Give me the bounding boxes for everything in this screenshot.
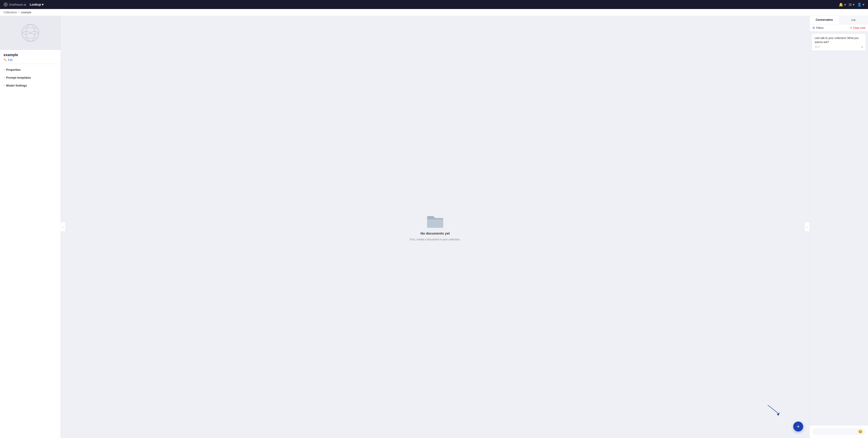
sidebar-item-properties[interactable]: › Properties xyxy=(0,66,61,74)
edit-pencil-icon: ✏️ xyxy=(4,58,7,61)
grid-icon[interactable]: ⊞ ▾ xyxy=(849,2,854,7)
edit-link[interactable]: ✏️ Edit xyxy=(4,58,57,61)
navbar: OneReach.ai Lookup ▾ 🔔 ▾ ⊞ ▾ 👤 ▾ xyxy=(0,0,868,9)
sidebar-hero xyxy=(0,16,61,50)
chevron-right-icon-3: › xyxy=(4,84,4,87)
sidebar-item-prompt-templates[interactable]: › Prompt templates xyxy=(0,74,61,82)
chat-input-area: 😊 xyxy=(810,425,868,438)
logo-text: OneReach.ai xyxy=(9,3,26,6)
center-empty-state: No documents yet First, create a documen… xyxy=(61,16,809,438)
user-icon[interactable]: 👤 ▾ xyxy=(857,2,864,7)
collapse-right-button[interactable]: › xyxy=(805,222,809,232)
filter-icon: ⚙ xyxy=(812,26,815,30)
navbar-left: OneReach.ai Lookup ▾ xyxy=(4,2,43,6)
right-panel-tabs: Conversation Ask xyxy=(810,16,868,24)
dropdown-arrow-icon: ▾ xyxy=(42,3,43,6)
plus-icon: + xyxy=(797,424,800,430)
chat-message-text: Lets talk to your collection! What you w… xyxy=(815,36,863,44)
logo-icon xyxy=(4,2,8,6)
right-panel: Conversation Ask ⚙ Filters ✕ Clear chat … xyxy=(809,16,868,438)
filters-bar: ⚙ Filters ✕ Clear chat xyxy=(810,24,868,32)
sidebar-nav: › Properties › Prompt templates › Model … xyxy=(0,64,61,91)
emoji-button[interactable]: 😊 xyxy=(858,430,863,434)
breadcrumb-separator: > xyxy=(18,11,20,14)
chat-message-meta: 16:17 ⧉ xyxy=(815,46,863,49)
left-sidebar: example ✏️ Edit › Properties › Prompt te… xyxy=(0,16,61,438)
collection-icon xyxy=(20,23,40,43)
no-docs-subtitle: First, create a document in your collect… xyxy=(410,238,460,241)
app-name[interactable]: Lookup ▾ xyxy=(30,3,44,6)
logo[interactable]: OneReach.ai xyxy=(4,2,26,6)
no-docs-title: No documents yet xyxy=(421,231,450,235)
sidebar-item-prompt-templates-label: Prompt templates xyxy=(6,76,31,79)
sidebar-title-section: example ✏️ Edit xyxy=(0,50,61,64)
breadcrumb-current: example xyxy=(21,11,31,14)
breadcrumb-collections[interactable]: Collections xyxy=(4,11,17,14)
folder-icon xyxy=(426,213,444,229)
sidebar-item-properties-label: Properties xyxy=(6,68,21,71)
bell-icon[interactable]: 🔔 ▾ xyxy=(839,2,846,7)
sidebar-item-model-settings[interactable]: › Model Settings xyxy=(0,82,61,89)
center-panel: ‹ No documents yet First, create a docum… xyxy=(61,16,809,438)
tab-conversation[interactable]: Conversation xyxy=(810,16,839,24)
collapse-left-button[interactable]: ‹ xyxy=(61,222,66,232)
clear-chat-button[interactable]: ✕ Clear chat xyxy=(850,26,865,30)
filters-label[interactable]: ⚙ Filters xyxy=(812,26,824,30)
chat-area[interactable]: Lets talk to your collection! What you w… xyxy=(810,32,868,425)
breadcrumb: Collections > example xyxy=(0,9,868,16)
chevron-right-icon: › xyxy=(4,68,4,71)
tab-ask[interactable]: Ask xyxy=(839,16,868,24)
chat-input-container: 😊 xyxy=(812,428,865,435)
chat-timestamp: 16:17 xyxy=(815,46,820,48)
add-document-button[interactable]: + xyxy=(793,421,803,432)
collection-name: example xyxy=(4,53,57,57)
navbar-right: 🔔 ▾ ⊞ ▾ 👤 ▾ xyxy=(839,2,864,7)
chat-input[interactable] xyxy=(815,430,856,433)
chevron-right-icon-2: › xyxy=(4,77,4,79)
sidebar-item-model-settings-label: Model Settings xyxy=(6,84,27,87)
main-layout: example ✏️ Edit › Properties › Prompt te… xyxy=(0,16,868,438)
close-icon: ✕ xyxy=(850,26,852,29)
copy-icon[interactable]: ⧉ xyxy=(861,46,863,49)
chat-message: Lets talk to your collection! What you w… xyxy=(812,34,866,51)
